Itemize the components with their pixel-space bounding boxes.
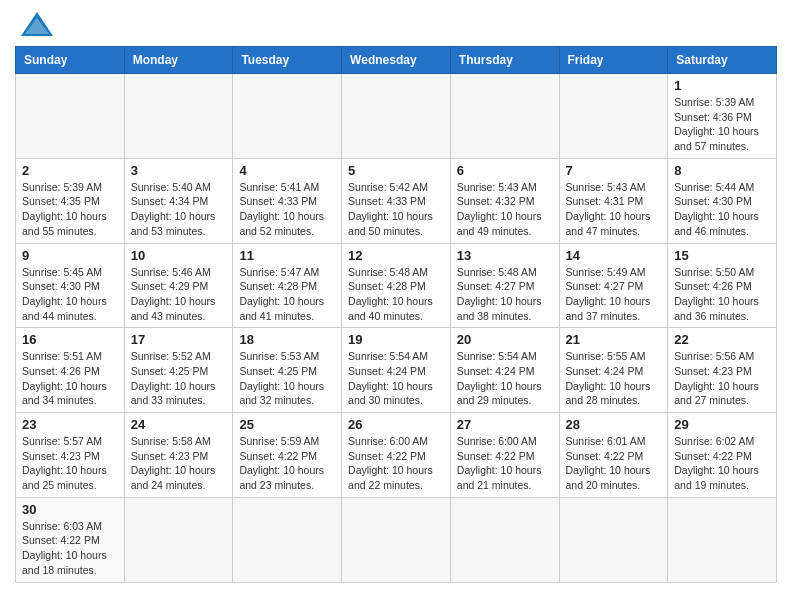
day-number: 12 [348, 248, 444, 263]
day-number: 28 [566, 417, 662, 432]
calendar-cell: 27Sunrise: 6:00 AMSunset: 4:22 PMDayligh… [450, 413, 559, 498]
day-number: 14 [566, 248, 662, 263]
calendar-cell: 19Sunrise: 5:54 AMSunset: 4:24 PMDayligh… [342, 328, 451, 413]
weekday-header-wednesday: Wednesday [342, 47, 451, 74]
day-number: 9 [22, 248, 118, 263]
day-info: Sunrise: 5:41 AMSunset: 4:33 PMDaylight:… [239, 180, 335, 239]
day-number: 3 [131, 163, 227, 178]
calendar-cell: 9Sunrise: 5:45 AMSunset: 4:30 PMDaylight… [16, 243, 125, 328]
day-info: Sunrise: 5:42 AMSunset: 4:33 PMDaylight:… [348, 180, 444, 239]
day-info: Sunrise: 5:49 AMSunset: 4:27 PMDaylight:… [566, 265, 662, 324]
calendar-cell: 16Sunrise: 5:51 AMSunset: 4:26 PMDayligh… [16, 328, 125, 413]
calendar-cell: 26Sunrise: 6:00 AMSunset: 4:22 PMDayligh… [342, 413, 451, 498]
day-info: Sunrise: 5:39 AMSunset: 4:36 PMDaylight:… [674, 95, 770, 154]
day-info: Sunrise: 6:00 AMSunset: 4:22 PMDaylight:… [457, 434, 553, 493]
day-info: Sunrise: 5:48 AMSunset: 4:27 PMDaylight:… [457, 265, 553, 324]
day-info: Sunrise: 6:03 AMSunset: 4:22 PMDaylight:… [22, 519, 118, 578]
day-info: Sunrise: 5:52 AMSunset: 4:25 PMDaylight:… [131, 349, 227, 408]
weekday-header-monday: Monday [124, 47, 233, 74]
day-info: Sunrise: 6:00 AMSunset: 4:22 PMDaylight:… [348, 434, 444, 493]
day-number: 17 [131, 332, 227, 347]
week-row-0: 1Sunrise: 5:39 AMSunset: 4:36 PMDaylight… [16, 74, 777, 159]
weekday-header-row: SundayMondayTuesdayWednesdayThursdayFrid… [16, 47, 777, 74]
calendar-cell [16, 74, 125, 159]
calendar-cell [450, 497, 559, 582]
day-info: Sunrise: 5:48 AMSunset: 4:28 PMDaylight:… [348, 265, 444, 324]
day-info: Sunrise: 5:51 AMSunset: 4:26 PMDaylight:… [22, 349, 118, 408]
day-number: 2 [22, 163, 118, 178]
weekday-header-friday: Friday [559, 47, 668, 74]
day-info: Sunrise: 5:55 AMSunset: 4:24 PMDaylight:… [566, 349, 662, 408]
week-row-5: 30Sunrise: 6:03 AMSunset: 4:22 PMDayligh… [16, 497, 777, 582]
day-number: 1 [674, 78, 770, 93]
day-number: 27 [457, 417, 553, 432]
weekday-header-sunday: Sunday [16, 47, 125, 74]
calendar-cell: 10Sunrise: 5:46 AMSunset: 4:29 PMDayligh… [124, 243, 233, 328]
logo [15, 10, 55, 38]
day-info: Sunrise: 6:01 AMSunset: 4:22 PMDaylight:… [566, 434, 662, 493]
day-info: Sunrise: 5:58 AMSunset: 4:23 PMDaylight:… [131, 434, 227, 493]
day-number: 8 [674, 163, 770, 178]
week-row-3: 16Sunrise: 5:51 AMSunset: 4:26 PMDayligh… [16, 328, 777, 413]
day-number: 5 [348, 163, 444, 178]
calendar-cell: 18Sunrise: 5:53 AMSunset: 4:25 PMDayligh… [233, 328, 342, 413]
day-number: 29 [674, 417, 770, 432]
day-info: Sunrise: 5:50 AMSunset: 4:26 PMDaylight:… [674, 265, 770, 324]
weekday-header-saturday: Saturday [668, 47, 777, 74]
day-info: Sunrise: 5:54 AMSunset: 4:24 PMDaylight:… [457, 349, 553, 408]
day-info: Sunrise: 5:44 AMSunset: 4:30 PMDaylight:… [674, 180, 770, 239]
calendar-cell: 8Sunrise: 5:44 AMSunset: 4:30 PMDaylight… [668, 158, 777, 243]
week-row-2: 9Sunrise: 5:45 AMSunset: 4:30 PMDaylight… [16, 243, 777, 328]
calendar-cell [668, 497, 777, 582]
calendar-cell: 4Sunrise: 5:41 AMSunset: 4:33 PMDaylight… [233, 158, 342, 243]
day-number: 15 [674, 248, 770, 263]
calendar-cell: 23Sunrise: 5:57 AMSunset: 4:23 PMDayligh… [16, 413, 125, 498]
calendar-cell: 2Sunrise: 5:39 AMSunset: 4:35 PMDaylight… [16, 158, 125, 243]
day-info: Sunrise: 5:43 AMSunset: 4:32 PMDaylight:… [457, 180, 553, 239]
logo-icon [19, 10, 55, 38]
calendar-cell: 21Sunrise: 5:55 AMSunset: 4:24 PMDayligh… [559, 328, 668, 413]
day-number: 22 [674, 332, 770, 347]
calendar-cell: 17Sunrise: 5:52 AMSunset: 4:25 PMDayligh… [124, 328, 233, 413]
calendar-cell [342, 74, 451, 159]
calendar-cell [124, 497, 233, 582]
calendar-cell [559, 74, 668, 159]
weekday-header-thursday: Thursday [450, 47, 559, 74]
calendar-cell: 20Sunrise: 5:54 AMSunset: 4:24 PMDayligh… [450, 328, 559, 413]
day-info: Sunrise: 5:53 AMSunset: 4:25 PMDaylight:… [239, 349, 335, 408]
calendar-cell: 1Sunrise: 5:39 AMSunset: 4:36 PMDaylight… [668, 74, 777, 159]
day-info: Sunrise: 5:57 AMSunset: 4:23 PMDaylight:… [22, 434, 118, 493]
weekday-header-tuesday: Tuesday [233, 47, 342, 74]
day-info: Sunrise: 5:40 AMSunset: 4:34 PMDaylight:… [131, 180, 227, 239]
calendar-cell: 25Sunrise: 5:59 AMSunset: 4:22 PMDayligh… [233, 413, 342, 498]
calendar-cell: 15Sunrise: 5:50 AMSunset: 4:26 PMDayligh… [668, 243, 777, 328]
calendar-cell: 22Sunrise: 5:56 AMSunset: 4:23 PMDayligh… [668, 328, 777, 413]
day-number: 30 [22, 502, 118, 517]
calendar-cell: 24Sunrise: 5:58 AMSunset: 4:23 PMDayligh… [124, 413, 233, 498]
day-info: Sunrise: 5:54 AMSunset: 4:24 PMDaylight:… [348, 349, 444, 408]
calendar-cell [124, 74, 233, 159]
calendar-cell: 12Sunrise: 5:48 AMSunset: 4:28 PMDayligh… [342, 243, 451, 328]
day-info: Sunrise: 5:56 AMSunset: 4:23 PMDaylight:… [674, 349, 770, 408]
calendar-cell [233, 74, 342, 159]
day-info: Sunrise: 5:45 AMSunset: 4:30 PMDaylight:… [22, 265, 118, 324]
logo-area [15, 10, 55, 38]
day-number: 4 [239, 163, 335, 178]
calendar-cell: 7Sunrise: 5:43 AMSunset: 4:31 PMDaylight… [559, 158, 668, 243]
calendar-cell: 28Sunrise: 6:01 AMSunset: 4:22 PMDayligh… [559, 413, 668, 498]
day-number: 7 [566, 163, 662, 178]
day-number: 10 [131, 248, 227, 263]
day-number: 26 [348, 417, 444, 432]
day-info: Sunrise: 5:47 AMSunset: 4:28 PMDaylight:… [239, 265, 335, 324]
calendar-cell: 29Sunrise: 6:02 AMSunset: 4:22 PMDayligh… [668, 413, 777, 498]
calendar-cell: 6Sunrise: 5:43 AMSunset: 4:32 PMDaylight… [450, 158, 559, 243]
day-number: 11 [239, 248, 335, 263]
week-row-1: 2Sunrise: 5:39 AMSunset: 4:35 PMDaylight… [16, 158, 777, 243]
day-number: 20 [457, 332, 553, 347]
calendar-cell: 13Sunrise: 5:48 AMSunset: 4:27 PMDayligh… [450, 243, 559, 328]
week-row-4: 23Sunrise: 5:57 AMSunset: 4:23 PMDayligh… [16, 413, 777, 498]
calendar-cell: 30Sunrise: 6:03 AMSunset: 4:22 PMDayligh… [16, 497, 125, 582]
day-number: 18 [239, 332, 335, 347]
day-info: Sunrise: 5:59 AMSunset: 4:22 PMDaylight:… [239, 434, 335, 493]
calendar-cell [559, 497, 668, 582]
